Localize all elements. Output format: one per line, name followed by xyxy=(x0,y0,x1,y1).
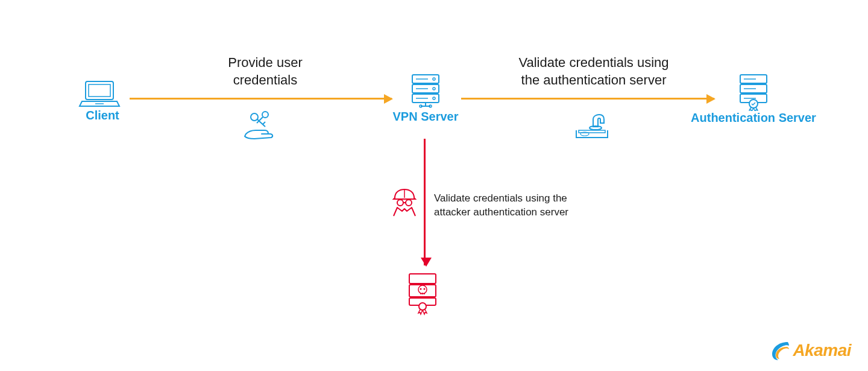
vpn-server-label: VPN Server xyxy=(392,110,459,124)
arrow1-label: Provide user credentials xyxy=(193,54,338,89)
keys-hand-icon xyxy=(241,109,280,145)
attack-line1: Validate credentials using the xyxy=(434,192,567,204)
arrow1-line2: credentials xyxy=(233,72,297,87)
server-icon xyxy=(407,72,444,110)
vpn-server-node: VPN Server xyxy=(392,72,459,124)
akamai-wave-icon xyxy=(770,340,791,361)
arrow-vpn-to-auth xyxy=(461,98,714,100)
stamp-icon xyxy=(573,109,611,141)
auth-server-label: Authentication Server xyxy=(684,111,823,125)
svg-point-27 xyxy=(420,288,422,290)
svg-point-36 xyxy=(262,112,268,118)
svg-rect-23 xyxy=(409,274,436,284)
attack-line2: attacker authentication server xyxy=(434,206,568,218)
diagram-canvas: Client VPN Server xyxy=(0,0,868,371)
akamai-logo-text: Akamai xyxy=(793,341,851,360)
hacker-icon-wrapper xyxy=(389,187,420,220)
svg-point-26 xyxy=(418,285,427,294)
attack-label: Validate credentials using the attacker … xyxy=(434,192,591,220)
client-label: Client xyxy=(78,109,127,122)
laptop-icon xyxy=(78,78,121,109)
stamp-icon-wrapper xyxy=(573,109,611,141)
svg-point-9 xyxy=(433,87,435,90)
akamai-logo: Akamai xyxy=(770,340,851,361)
hacker-icon xyxy=(389,187,420,220)
svg-point-32 xyxy=(419,303,426,310)
arrow2-line1: Validate credentials using xyxy=(518,55,668,70)
arrow2-label: Validate credentials using the authentic… xyxy=(494,54,693,89)
svg-point-33 xyxy=(251,113,258,121)
svg-point-28 xyxy=(424,288,426,290)
attacker-server-icon xyxy=(406,271,439,316)
svg-line-35 xyxy=(263,122,265,124)
arrow1-line1: Provide user xyxy=(228,55,303,70)
credentials-icon-wrapper xyxy=(241,109,280,145)
svg-point-42 xyxy=(397,200,403,206)
auth-server-icon xyxy=(735,72,772,111)
client-node: Client xyxy=(78,78,127,122)
arrow2-line2: the authentication server xyxy=(521,72,667,87)
svg-point-11 xyxy=(433,97,435,100)
svg-point-43 xyxy=(406,200,412,206)
svg-rect-24 xyxy=(409,285,436,297)
svg-point-39 xyxy=(590,126,602,130)
arrow-client-to-vpn xyxy=(130,98,392,100)
attacker-server-node xyxy=(406,271,442,316)
svg-point-7 xyxy=(433,78,435,80)
arrow-vpn-to-attacker xyxy=(424,139,426,265)
svg-rect-1 xyxy=(89,84,110,97)
